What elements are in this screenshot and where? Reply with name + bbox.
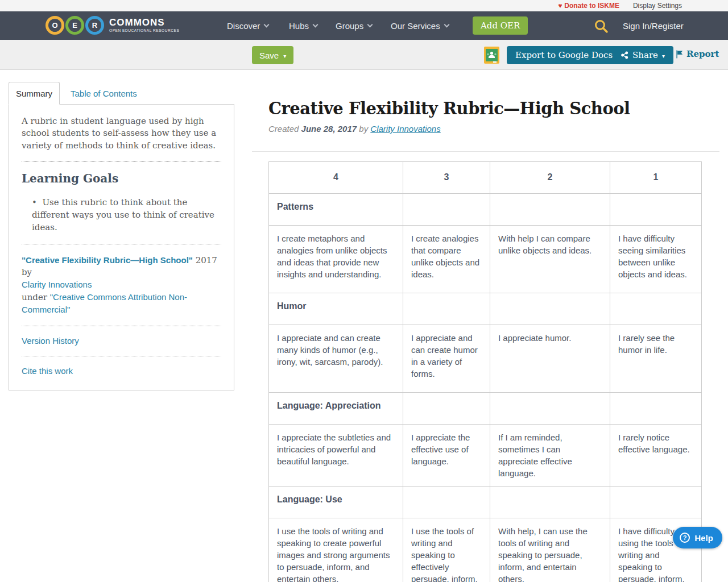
rubric-cell: I use the tools of writing and speaking … xyxy=(403,518,490,582)
rubric-cell: I appreciate the subtleties and intricac… xyxy=(269,425,403,487)
chevron-down-icon xyxy=(367,22,373,27)
nav-discover-label: Discover xyxy=(227,21,260,31)
donate-link[interactable]: ♥ Donate to ISKME xyxy=(558,2,619,10)
sidebar: Summary Table of Contents A rubric in st… xyxy=(9,82,234,390)
rubric-cell: I appreciate the effective use of langua… xyxy=(403,425,490,487)
rubric-cell: I appreciate and can create many kinds o… xyxy=(269,325,403,393)
save-button[interactable]: Save ▾ xyxy=(252,46,293,64)
logo-text: COMMONS OPEN EDUCATIONAL RESOURCES xyxy=(109,18,179,33)
rubric-empty-cell xyxy=(403,293,490,325)
rubric-section-label: Language: Appreciation xyxy=(269,393,403,425)
rubric-cell: I rarely notice effective language. xyxy=(610,425,702,487)
share-label: Share xyxy=(632,50,658,60)
rubric-empty-cell xyxy=(403,393,490,425)
heart-icon: ♥ xyxy=(558,2,562,10)
summary-panel: A rubric in student language used by hig… xyxy=(9,104,234,390)
page-body: Summary Table of Contents A rubric in st… xyxy=(0,70,728,554)
nav-discover[interactable]: Discover xyxy=(227,11,268,40)
rubric-empty-cell xyxy=(490,293,610,325)
rubric-cell: I create analogies that compare unlike o… xyxy=(403,226,490,293)
logo-e-circle: E xyxy=(65,16,84,35)
rubric-section-row: Language: Appreciation xyxy=(269,393,702,425)
rubric-header-row: 4 3 2 1 xyxy=(269,162,702,194)
rubric-cell: I appreciate humor. xyxy=(490,325,610,393)
help-label: Help xyxy=(694,533,713,543)
report-label: Report xyxy=(686,49,719,59)
created-label: Created xyxy=(268,124,301,134)
rubric-cell: I appreciate and can create humor in a v… xyxy=(403,325,490,393)
rubric-cell: With help, I can use the tools of writin… xyxy=(490,518,610,582)
rubric-empty-cell xyxy=(403,194,490,226)
cite-this-work-link[interactable]: Cite this work xyxy=(22,366,73,376)
chevron-down-icon xyxy=(444,22,449,27)
resource-toolbar: Save ▾ Export to Google Docs Share ▾ xyxy=(0,40,728,70)
logo-subtitle: OPEN EDUCATIONAL RESOURCES xyxy=(109,29,179,33)
rubric-section-label: Language: Use xyxy=(269,487,403,518)
rubric-col-header: 1 xyxy=(610,162,702,194)
share-icon xyxy=(621,51,628,59)
logo-circles-icon: O E R xyxy=(46,16,104,35)
rubric-empty-cell xyxy=(610,487,702,518)
learning-goal-text: Use this rubric to think about the diffe… xyxy=(32,197,214,232)
by-label: by xyxy=(357,124,370,134)
rubric-section-row: Humor xyxy=(269,293,702,325)
caret-down-icon: ▾ xyxy=(662,53,665,59)
rubric-cell: With help I can compare unlike objects a… xyxy=(490,226,610,293)
main-nav: O E R COMMONS OPEN EDUCATIONAL RESOURCES… xyxy=(0,11,728,40)
attribution-author-link[interactable]: Clarity Innovations xyxy=(22,280,92,289)
nav-hubs[interactable]: Hubs xyxy=(289,11,317,40)
author-link[interactable]: Clarity Innovations xyxy=(370,124,440,134)
attribution-title-link[interactable]: "Creative Flexibility Rubric—High School… xyxy=(22,255,193,265)
divider xyxy=(22,161,221,162)
nav-hubs-label: Hubs xyxy=(289,21,309,31)
rubric-cell: I rarely see the humor in life. xyxy=(610,325,702,393)
nav-groups[interactable]: Groups xyxy=(336,11,372,40)
rubric-section-label: Humor xyxy=(269,293,403,325)
created-date: June 28, 2017 xyxy=(301,124,357,134)
donate-label: Donate to ISKME xyxy=(564,2,619,10)
logo-title: COMMONS xyxy=(109,18,179,27)
page-title: Creative Flexibility Rubric—High School xyxy=(268,99,703,118)
oer-commons-logo[interactable]: O E R COMMONS OPEN EDUCATIONAL RESOURCES xyxy=(46,16,179,35)
google-classroom-icon[interactable] xyxy=(484,47,499,64)
share-button[interactable]: Share ▾ xyxy=(613,46,673,64)
rubric-content-row: I appreciate the subtleties and intricac… xyxy=(269,425,702,487)
signin-register-link[interactable]: Sign In/Register xyxy=(623,11,684,40)
divider xyxy=(22,326,221,326)
created-line: Created June 28, 2017 by Clarity Innovat… xyxy=(268,124,703,134)
logo-o-circle: O xyxy=(46,16,64,35)
save-label: Save xyxy=(259,51,279,60)
divider xyxy=(22,244,221,244)
sidebar-tabs: Summary Table of Contents xyxy=(9,82,234,105)
utility-bar: ♥ Donate to ISKME Display Settings xyxy=(0,0,728,11)
rubric-cell: I create metaphors and analogies from un… xyxy=(269,226,403,293)
version-history-link[interactable]: Version History xyxy=(22,336,79,346)
resource-description: A rubric in student language used by hig… xyxy=(22,115,221,152)
chevron-down-icon xyxy=(313,22,318,27)
search-icon[interactable] xyxy=(594,19,609,34)
rubric-empty-cell xyxy=(490,393,610,425)
help-button[interactable]: ? Help xyxy=(673,527,722,548)
rubric-content-row: I create metaphors and analogies from un… xyxy=(269,226,702,293)
rubric-section-label: Patterns xyxy=(269,194,403,226)
caret-down-icon: ▾ xyxy=(283,53,286,59)
tab-table-of-contents[interactable]: Table of Contents xyxy=(71,82,137,105)
divider xyxy=(22,356,221,356)
rubric-section-row: Patterns xyxy=(269,194,702,226)
report-link[interactable]: Report xyxy=(676,49,719,59)
tab-summary[interactable]: Summary xyxy=(9,82,60,105)
nav-our-services-label: Our Services xyxy=(391,21,440,31)
rubric-cell: I have difficulty seeing similarities be… xyxy=(610,226,702,293)
rubric-content-row: I use the tools of writing and speaking … xyxy=(269,518,702,582)
nav-our-services[interactable]: Our Services xyxy=(391,11,449,40)
rubric-col-header: 4 xyxy=(269,162,403,194)
export-google-docs-button[interactable]: Export to Google Docs xyxy=(507,46,621,64)
rubric-cell: I use the tools of writing and speaking … xyxy=(269,518,403,582)
learning-goals-heading: Learning Goals xyxy=(22,172,221,185)
learning-goal-item: • Use this rubric to think about the dif… xyxy=(22,197,221,234)
add-oer-button[interactable]: Add OER xyxy=(473,16,528,35)
bullet-icon: • xyxy=(32,197,42,207)
logo-r-circle: R xyxy=(85,16,104,35)
display-settings-link[interactable]: Display Settings xyxy=(633,2,682,10)
rubric-empty-cell xyxy=(403,487,490,518)
